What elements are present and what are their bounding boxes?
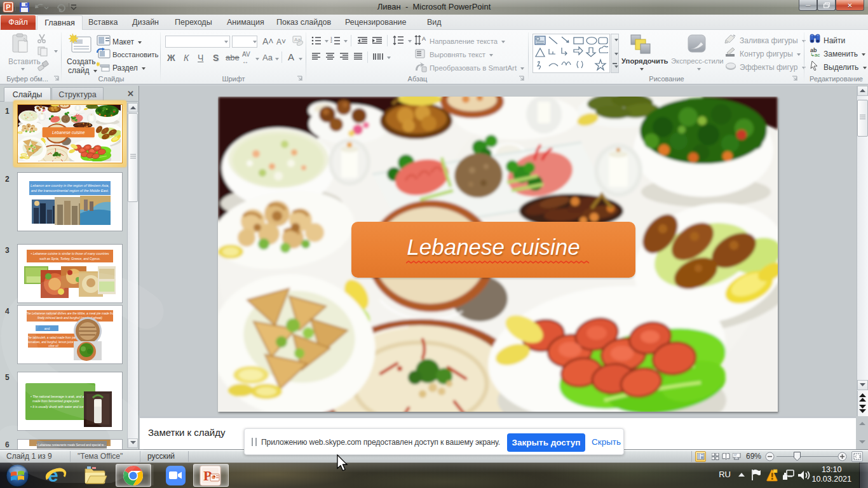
svg-text:• The Lebanese national dishes: • The Lebanese national dishes are the k… xyxy=(24,312,116,315)
svg-text:• It is usually drunk with wat: • It is usually drunk with water and ice xyxy=(31,405,83,409)
svg-text:A: A xyxy=(422,36,426,42)
svg-text:olive oil: olive oil xyxy=(48,344,58,348)
svg-text:Lebanese cuisine: Lebanese cuisine xyxy=(52,130,85,135)
svg-text:• The tabbouleh, a salad made: • The tabbouleh, a salad made from parsl… xyxy=(25,336,82,339)
svg-text:tomatoes, and burghul, lemon j: tomatoes, and burghul, lemon juice and xyxy=(28,341,79,344)
svg-text:• Lebanese restaurants meals S: • Lebanese restaurants meals Served and … xyxy=(36,444,105,447)
svg-text:and: and xyxy=(44,327,50,330)
svg-text:made from fermented grape juic: made from fermented grape juice xyxy=(32,399,79,403)
svg-text:↳ac: ↳ac xyxy=(810,52,820,57)
svg-text:and the transcontinental regio: and the transcontinental region of the M… xyxy=(31,189,109,193)
svg-text:such as Syria, Turkey, Greece,: such as Syria, Turkey, Greece, and Cypru… xyxy=(39,257,100,261)
svg-text:P: P xyxy=(6,3,10,11)
svg-text:• Lebanese cuisine is similar: • Lebanese cuisine is similar to those o… xyxy=(31,252,109,255)
svg-text:Lebanon are country in the reg: Lebanon are country in the region of Wes… xyxy=(31,184,109,187)
svg-text:2: 2 xyxy=(330,39,332,43)
